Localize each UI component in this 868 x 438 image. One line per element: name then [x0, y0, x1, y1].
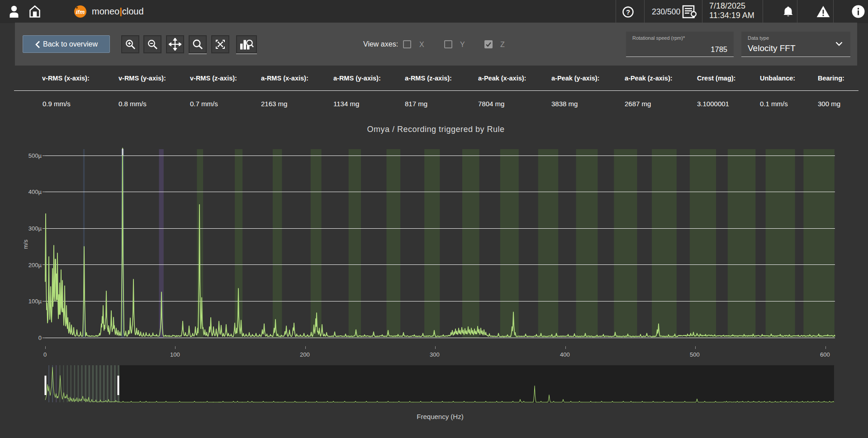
svg-text:?: ?: [626, 8, 630, 16]
